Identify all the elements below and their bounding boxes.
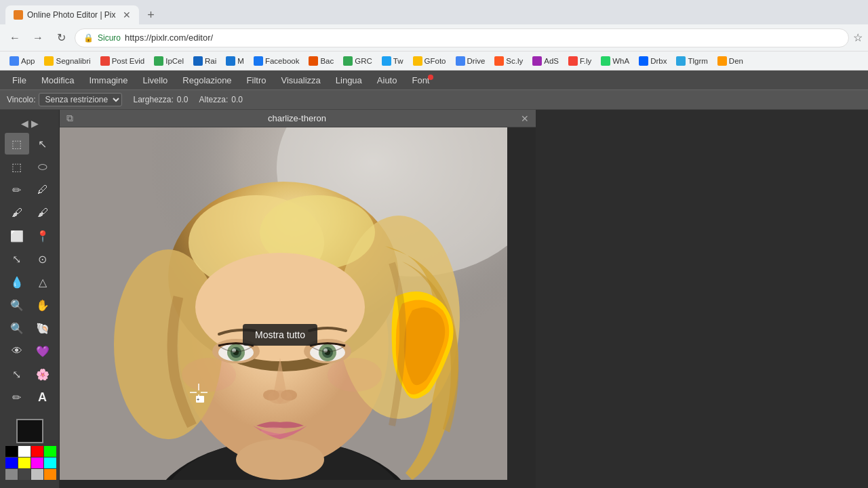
menu-item-file[interactable]: File xyxy=(5,73,33,87)
heal-tool[interactable]: 🐚 xyxy=(31,317,55,339)
zoom-tool[interactable]: 🔍 xyxy=(5,317,29,339)
magnify-tool[interactable]: 🔍 xyxy=(5,294,29,316)
bookmark-item-sc.ly[interactable]: Sc.ly xyxy=(490,55,527,67)
menu-item-livello[interactable]: Livello xyxy=(136,73,174,87)
lasso-tool[interactable]: ⬭ xyxy=(31,156,55,178)
warp-tool[interactable]: ⊙ xyxy=(31,248,55,270)
patch-tool[interactable]: 🌸 xyxy=(31,363,55,385)
pencil-tool[interactable]: ✏ xyxy=(5,179,29,201)
bookmark-item-m[interactable]: M xyxy=(222,55,248,67)
color-swatch[interactable] xyxy=(5,446,18,457)
primary-color-swatch[interactable] xyxy=(16,419,43,443)
marquee-ellipse-tool[interactable]: ⬚ xyxy=(5,156,29,178)
bookmark-icon xyxy=(226,56,235,66)
bookmark-item-drive[interactable]: Drive xyxy=(452,55,490,67)
constraint-select[interactable]: Senza restrizione xyxy=(39,93,122,106)
canvas-content[interactable]: Mostra tutto + xyxy=(60,127,536,488)
shape-tool[interactable]: ⬜ xyxy=(5,225,29,247)
gradient-tool[interactable]: 🖌 xyxy=(31,202,55,224)
menu-item-regolazione[interactable]: Regolazione xyxy=(176,73,238,87)
canvas-panel: ⧉ charlize-theron ✕ xyxy=(60,110,536,488)
bookmark-star-button[interactable]: ☆ xyxy=(853,31,863,44)
bookmark-item-ipcel[interactable]: IpCel xyxy=(150,55,188,67)
color-swatch[interactable] xyxy=(5,469,18,480)
tool-row-3: ✏ 🖊 xyxy=(5,179,55,201)
color-swatch[interactable] xyxy=(44,469,56,480)
tab-close-button[interactable]: ✕ xyxy=(123,9,131,20)
color-swatch[interactable] xyxy=(18,469,31,480)
bookmark-item-post evid[interactable]: Post Evid xyxy=(96,55,149,67)
menu-item-aiuto[interactable]: Aiuto xyxy=(370,73,404,87)
url-box[interactable]: 🔒 Sicuro https://pixlr.com/editor/ xyxy=(75,28,849,47)
bookmark-item-wha[interactable]: WhA xyxy=(597,55,633,67)
bookmark-item-grc[interactable]: GRC xyxy=(339,55,376,67)
bookmark-item-den[interactable]: Den xyxy=(713,55,747,67)
bookmark-label: WhA xyxy=(612,57,629,65)
color-swatch[interactable] xyxy=(18,446,31,457)
color-swatch[interactable] xyxy=(18,458,31,468)
bookmark-icon xyxy=(494,56,504,66)
new-tab-button[interactable]: + xyxy=(142,5,161,24)
bookmark-item-rai[interactable]: Rai xyxy=(189,55,220,67)
next-arrow[interactable]: ▶ xyxy=(31,118,39,129)
app-container: FileModificaImmagineLivelloRegolazioneFi… xyxy=(0,70,868,488)
reload-button[interactable]: ↻ xyxy=(52,28,71,47)
text-tool[interactable]: A xyxy=(31,386,55,408)
bookmark-item-gfoto[interactable]: GFoto xyxy=(409,55,450,67)
menu-item-modifica[interactable]: Modifica xyxy=(35,73,81,87)
bookmark-label: Post Evid xyxy=(112,57,145,65)
color-swatch[interactable] xyxy=(5,458,18,468)
color-swatch[interactable] xyxy=(31,469,43,480)
hand-tool[interactable]: ✋ xyxy=(31,294,55,316)
back-button[interactable]: ← xyxy=(5,28,24,47)
eyedropper-tool[interactable]: 💧 xyxy=(5,271,29,293)
bookmark-item-tw[interactable]: Tw xyxy=(378,55,408,67)
menu-item-visualizza[interactable]: Visualizza xyxy=(274,73,327,87)
menu-item-font[interactable]: Font xyxy=(405,73,436,87)
paint-tool[interactable]: 🖌 xyxy=(5,202,29,224)
bookmark-item-tlgrm[interactable]: Tlgrm xyxy=(672,55,711,67)
svg-point-27 xyxy=(268,390,292,404)
right-panel xyxy=(536,110,868,488)
color-swatch[interactable] xyxy=(44,446,56,457)
bookmark-item-ads[interactable]: AdS xyxy=(528,55,563,67)
bookmark-item-f.ly[interactable]: F.ly xyxy=(564,55,595,67)
color-swatch[interactable] xyxy=(31,446,43,457)
brush-tool[interactable]: 🖊 xyxy=(31,179,55,201)
bookmark-label: Tw xyxy=(393,57,403,65)
canvas-restore-button[interactable]: ⧉ xyxy=(66,113,73,124)
menu-item-lingua[interactable]: Lingua xyxy=(329,73,369,87)
bookmark-item-facebook[interactable]: Facebook xyxy=(250,55,304,67)
eye-tool[interactable]: 👁 xyxy=(5,340,29,362)
move-tool[interactable]: ↖ xyxy=(31,133,55,155)
color-swatch[interactable] xyxy=(31,458,43,468)
bookmark-item-app[interactable]: App xyxy=(5,55,39,67)
prev-arrow[interactable]: ◀ xyxy=(21,118,28,129)
tool-row-2: ⬚ ⬭ xyxy=(5,156,55,178)
toolbar-height: Altezza: 0.0 xyxy=(199,95,243,104)
canvas-titlebar: ⧉ charlize-theron ✕ xyxy=(60,110,536,127)
bookmark-item-bac[interactable]: Bac xyxy=(304,55,338,67)
bookmark-item-drbx[interactable]: Drbx xyxy=(635,55,671,67)
clone-tool[interactable]: ⤡ xyxy=(5,363,29,385)
pin-tool[interactable]: 📍 xyxy=(31,225,55,247)
mostra-tutto-button[interactable]: Mostra tutto xyxy=(243,324,317,346)
tool-row-4: 🖌 🖌 xyxy=(5,202,55,224)
menu-item-filtro[interactable]: Filtro xyxy=(240,73,273,87)
marquee-rect-tool[interactable]: ⬚ xyxy=(5,133,29,155)
forward-button[interactable]: → xyxy=(28,28,47,47)
bookmark-item-segnalibri[interactable]: Segnalibri xyxy=(40,55,94,67)
color-swatch[interactable] xyxy=(44,458,56,468)
canvas-close-button[interactable]: ✕ xyxy=(521,113,529,124)
tool-row-1: ⬚ ↖ xyxy=(5,133,55,155)
transform-tool[interactable]: ⤡ xyxy=(5,248,29,270)
bookmark-label: Drive xyxy=(467,57,486,65)
menu-item-immagine[interactable]: Immagine xyxy=(82,73,134,87)
smudge-tool[interactable]: 💜 xyxy=(31,340,55,362)
bookmark-icon xyxy=(639,56,648,66)
active-tab[interactable]: Online Photo Editor | Pix ✕ xyxy=(5,5,139,24)
bookmark-icon xyxy=(413,56,422,66)
triangle-tool[interactable]: △ xyxy=(31,271,55,293)
tool-row-10: 👁 💜 xyxy=(5,340,55,362)
pen-tool[interactable]: ✏ xyxy=(5,386,29,408)
